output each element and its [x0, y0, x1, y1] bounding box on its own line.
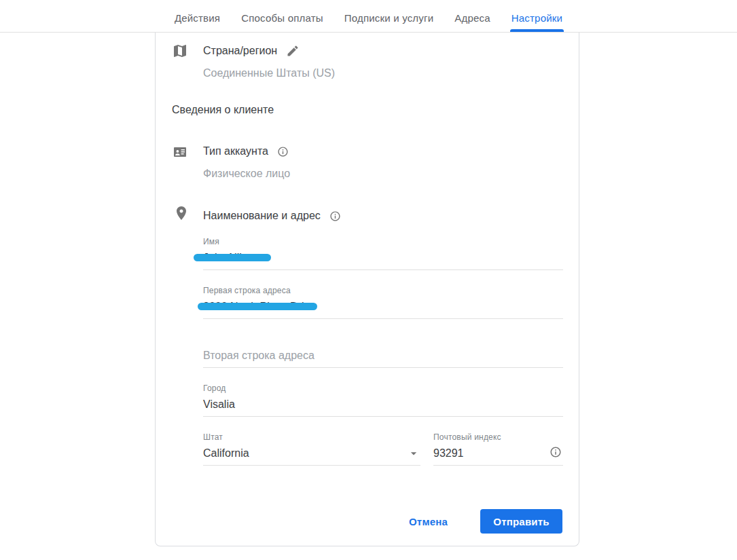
name-address-info-button[interactable]: [329, 210, 341, 222]
info-icon: [277, 146, 289, 157]
postal-code-value: 93291: [433, 447, 563, 466]
map-icon: [172, 43, 188, 59]
edit-country-button[interactable]: [286, 44, 300, 58]
tab-addresses[interactable]: Адреса: [454, 0, 490, 32]
name-field[interactable]: Имя Jake Nilsen: [203, 237, 563, 270]
account-type-value: Физическое лицо: [203, 168, 290, 180]
state-field-value: California: [203, 447, 420, 466]
tab-settings[interactable]: Настройки: [511, 0, 562, 32]
chevron-down-icon: [407, 447, 420, 460]
customer-details-header: Сведения о клиенте: [172, 104, 274, 116]
redaction-marker: [194, 254, 271, 261]
state-select[interactable]: Штат California: [203, 432, 420, 466]
tab-subscriptions[interactable]: Подписки и услуги: [344, 0, 434, 32]
address-line2-field[interactable]: Вторая строка адреса: [203, 349, 563, 368]
city-field-value: Visalia: [203, 398, 563, 417]
address-line1-field[interactable]: Первая строка адреса 2000 North Plaza Dr…: [203, 286, 563, 319]
address-line2-placeholder: Вторая строка адреса: [203, 349, 563, 368]
address-line1-label: Первая строка адреса: [203, 286, 563, 295]
state-field-label: Штат: [203, 432, 420, 442]
redaction-marker: [198, 303, 317, 310]
info-icon: [329, 210, 341, 222]
name-field-value: Jake Nilsen: [203, 251, 563, 270]
tab-bar: Действия Способы оплаты Подписки и услуг…: [0, 0, 737, 33]
settings-card: Страна/регион Соединенные Штаты (US) Све…: [155, 33, 579, 546]
country-region-row: Страна/регион: [203, 44, 300, 58]
address-line1-value: 2000 North Plaza Dri: [203, 300, 563, 319]
postal-code-label: Почтовый индекс: [433, 432, 563, 442]
name-address-title: Наименование и адрес: [203, 210, 321, 222]
city-field-label: Город: [203, 384, 563, 393]
postal-code-field[interactable]: Почтовый индекс 93291: [433, 432, 563, 466]
submit-button[interactable]: Отправить: [480, 509, 562, 534]
cancel-button[interactable]: Отмена: [401, 509, 456, 534]
tab-actions[interactable]: Действия: [175, 0, 220, 32]
info-icon[interactable]: [550, 446, 562, 458]
country-region-value: Соединенные Штаты (US): [203, 67, 335, 79]
name-field-label: Имя: [203, 237, 563, 246]
account-type-row: Тип аккаунта: [203, 145, 289, 157]
contact-card-icon: [172, 144, 188, 160]
name-address-row: Наименование и адрес: [203, 210, 341, 222]
tab-payment-methods[interactable]: Способы оплаты: [241, 0, 323, 32]
account-type-title: Тип аккаунта: [203, 145, 268, 157]
pencil-icon: [286, 44, 300, 58]
account-type-info-button[interactable]: [277, 146, 289, 157]
location-pin-icon: [173, 205, 190, 221]
country-region-title: Страна/регион: [203, 45, 277, 57]
city-field[interactable]: Город Visalia: [203, 384, 563, 417]
